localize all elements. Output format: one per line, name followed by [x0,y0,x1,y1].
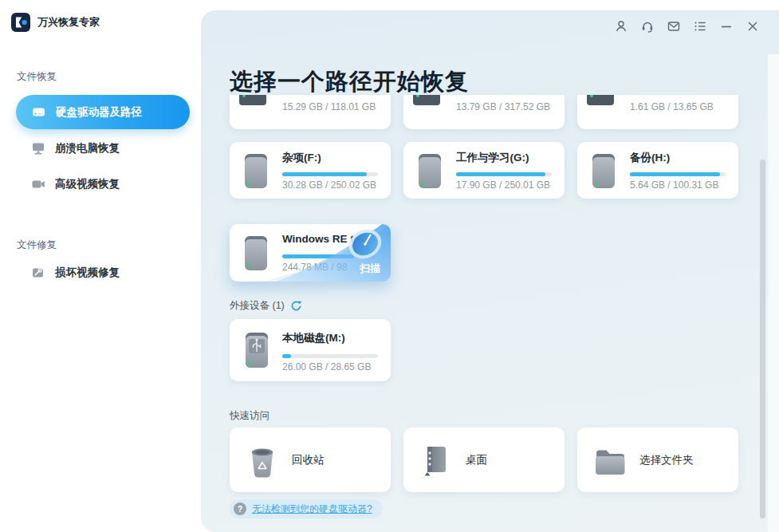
hard-drive-icon [241,152,271,190]
drive-row-hover: Windows RE too 244.78 MB / 98 扫描 [230,224,391,282]
drive-card-h[interactable]: 备份(H:) 5.64 GB / 100.31 GB [577,142,738,199]
usage-bar-fill [282,354,291,358]
folder-icon [592,443,627,478]
usage-bar-fill [630,172,720,176]
app-title: 万兴恢复专家 [37,15,100,30]
drive-capacity: 26.00 GB / 28.65 GB [282,361,371,372]
scrollbar-thumb[interactable] [760,160,765,518]
quick-card-recycle-bin[interactable]: 回收站 [230,428,391,492]
video-repair-icon [31,266,45,280]
hard-drive-icon [588,152,619,190]
mail-icon[interactable] [667,19,681,33]
video-camera-icon [31,177,45,191]
hard-drive-icon [31,104,46,120]
drive-card-g[interactable]: 工作与学习(G:) 17.90 GB / 250.01 GB [403,142,565,199]
sidebar-section-file-repair: 文件修复 [17,238,57,252]
user-icon[interactable] [614,19,628,33]
recycle-bin-icon [244,443,279,478]
quick-access-label: 快速访问 [230,409,270,423]
headset-icon[interactable] [640,19,655,33]
drive-card-partial[interactable]: 15.29 GB / 118.01 GB [230,95,391,129]
sidebar-item-crashed-computer[interactable]: 崩溃电脑恢复 [31,141,120,156]
sidebar-item-hard-drives[interactable]: 硬盘驱动器及路径 [16,95,190,129]
drive-capacity: 1.61 GB / 13.65 GB [630,101,714,112]
help-link-pill[interactable]: ? 无法检测到您的硬盘驱动器? [230,499,383,518]
drive-capacity: 30.28 GB / 250.02 GB [282,179,376,191]
drive-card-partial[interactable]: 13.79 GB / 317.52 GB [403,95,565,129]
desktop-icon [418,443,453,478]
scrollbar-track[interactable] [768,54,779,532]
drive-capacity: 5.64 GB / 100.31 GB [630,179,718,191]
close-icon[interactable] [746,19,760,33]
window-toolbar [614,19,760,33]
sidebar-item-label: 崩溃电脑恢复 [55,141,120,156]
drive-card-f[interactable]: 杂项(F:) 30.28 GB / 250.02 GB [230,142,391,199]
quick-card-select-folder[interactable]: 选择文件夹 [577,428,738,492]
refresh-icon[interactable] [290,300,302,312]
quick-item-label: 选择文件夹 [639,453,694,467]
drive-name: 备份(H:) [630,151,670,165]
drive-name: 杂项(F:) [282,151,321,165]
sidebar: 万兴恢复专家 文件恢复 硬盘驱动器及路径 崩溃电脑恢复 高级 [0,0,201,532]
usage-bar [630,172,726,176]
sidebar-item-label: 损坏视频修复 [55,266,120,280]
menu-icon[interactable] [693,19,707,33]
drive-name: 工作与学习(G:) [456,151,529,165]
help-link[interactable]: 无法检测到您的硬盘驱动器? [252,502,372,516]
usage-bar [456,172,552,176]
recoverit-logo-icon [11,13,30,32]
sidebar-item-label: 硬盘驱动器及路径 [56,105,142,120]
drive-row: 杂项(F:) 30.28 GB / 250.02 GB 工作与学习(G:) 17… [230,142,738,199]
external-devices-label: 外接设备 (1) [230,299,285,313]
drive-capacity: 15.29 GB / 118.01 GB [282,101,376,112]
minimize-icon[interactable] [719,19,734,33]
sidebar-item-video-repair[interactable]: 损坏视频修复 [31,266,120,280]
usb-drive-icon [241,330,273,370]
hard-drive-icon [415,152,445,190]
sidebar-section-file-recovery: 文件恢复 [17,70,57,84]
sidebar-item-advanced-video[interactable]: 高级视频恢复 [31,177,120,191]
sidebar-item-label: 高级视频恢复 [55,177,120,191]
usage-bar [282,172,378,176]
usb-drive-card-m[interactable]: 本地磁盘(M:) 26.00 GB / 28.65 GB [230,319,391,381]
drive-capacity: 13.79 GB / 317.52 GB [456,101,550,112]
drive-row-partial: 15.29 GB / 118.01 GB 13.79 GB / 317.52 G… [230,95,738,129]
usage-bar-fill [282,172,367,176]
external-row: 本地磁盘(M:) 26.00 GB / 28.65 GB [230,319,391,381]
scan-button[interactable]: 扫描 [360,262,380,276]
quick-access-row: 回收站 桌面 选择文件夹 [230,428,738,492]
question-icon: ? [234,502,246,515]
usage-bar-fill [456,172,545,176]
hard-drive-icon [413,95,440,105]
external-devices-header: 外接设备 (1) [230,299,302,313]
drive-name: 本地磁盘(M:) [282,331,345,345]
hard-drive-icon [239,95,266,105]
quick-access-header: 快速访问 [230,409,270,423]
quick-card-desktop[interactable]: 桌面 [403,428,565,492]
quick-item-label: 回收站 [292,453,325,467]
main-panel: 选择一个路径开始恢复 15.29 GB / 118.01 GB 13.79 GB… [201,10,779,532]
app-window: 万兴恢复专家 文件恢复 硬盘驱动器及路径 崩溃电脑恢复 高级 [0,0,779,532]
hard-drive-icon [587,95,614,105]
app-logo: 万兴恢复专家 [11,13,100,32]
crashed-computer-icon [31,141,45,156]
usage-bar [282,354,378,358]
page-title: 选择一个路径开始恢复 [230,66,469,98]
drive-capacity: 17.90 GB / 250.01 GB [456,179,550,191]
drive-card-partial[interactable]: 1.61 GB / 13.65 GB [577,95,738,129]
scan-lens-icon [346,225,384,263]
quick-item-label: 桌面 [466,453,487,467]
drive-card-windows-re[interactable]: Windows RE too 244.78 MB / 98 扫描 [230,224,391,282]
